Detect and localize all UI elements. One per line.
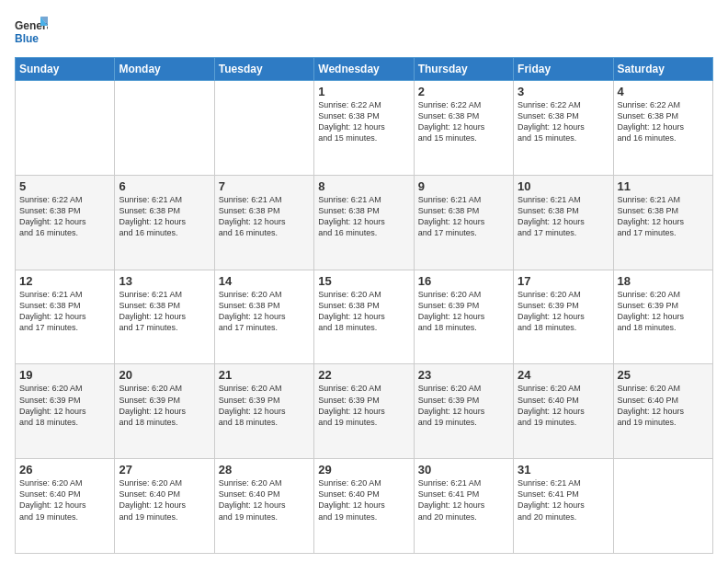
calendar-cell: 20Sunrise: 6:20 AM Sunset: 6:39 PM Dayli… [115, 364, 214, 459]
day-number: 9 [418, 179, 509, 193]
day-number: 26 [19, 463, 110, 477]
calendar-cell [16, 81, 115, 176]
calendar-cell: 19Sunrise: 6:20 AM Sunset: 6:39 PM Dayli… [16, 364, 115, 459]
day-number: 7 [219, 179, 310, 193]
calendar-cell: 17Sunrise: 6:20 AM Sunset: 6:39 PM Dayli… [514, 270, 613, 364]
day-info: Sunrise: 6:20 AM Sunset: 6:39 PM Dayligh… [618, 289, 709, 334]
day-info: Sunrise: 6:21 AM Sunset: 6:38 PM Dayligh… [219, 194, 310, 239]
calendar-cell: 11Sunrise: 6:21 AM Sunset: 6:38 PM Dayli… [613, 175, 712, 270]
day-info: Sunrise: 6:21 AM Sunset: 6:38 PM Dayligh… [318, 194, 409, 239]
calendar-cell: 12Sunrise: 6:21 AM Sunset: 6:38 PM Dayli… [16, 270, 115, 364]
calendar-cell: 27Sunrise: 6:20 AM Sunset: 6:40 PM Dayli… [115, 459, 214, 554]
day-info: Sunrise: 6:20 AM Sunset: 6:38 PM Dayligh… [318, 289, 409, 334]
day-info: Sunrise: 6:20 AM Sunset: 6:39 PM Dayligh… [418, 289, 509, 334]
day-info: Sunrise: 6:21 AM Sunset: 6:38 PM Dayligh… [119, 289, 210, 334]
calendar-cell: 23Sunrise: 6:20 AM Sunset: 6:39 PM Dayli… [414, 364, 513, 459]
header-saturday: Saturday [613, 58, 712, 81]
day-info: Sunrise: 6:21 AM Sunset: 6:38 PM Dayligh… [119, 194, 210, 239]
header: General Blue [15, 15, 713, 50]
day-number: 31 [518, 463, 609, 477]
header-monday: Monday [115, 58, 214, 81]
calendar-header-row: SundayMondayTuesdayWednesdayThursdayFrid… [16, 58, 713, 81]
day-number: 5 [19, 179, 110, 193]
calendar-cell: 6Sunrise: 6:21 AM Sunset: 6:38 PM Daylig… [115, 175, 214, 270]
header-friday: Friday [514, 58, 613, 81]
calendar-cell: 22Sunrise: 6:20 AM Sunset: 6:39 PM Dayli… [314, 364, 414, 459]
calendar-cell: 9Sunrise: 6:21 AM Sunset: 6:38 PM Daylig… [414, 175, 513, 270]
day-info: Sunrise: 6:20 AM Sunset: 6:40 PM Dayligh… [119, 477, 210, 523]
day-info: Sunrise: 6:20 AM Sunset: 6:40 PM Dayligh… [19, 477, 110, 523]
day-info: Sunrise: 6:20 AM Sunset: 6:40 PM Dayligh… [219, 477, 310, 523]
day-info: Sunrise: 6:22 AM Sunset: 6:38 PM Dayligh… [19, 194, 110, 239]
day-info: Sunrise: 6:20 AM Sunset: 6:40 PM Dayligh… [618, 383, 709, 428]
day-info: Sunrise: 6:20 AM Sunset: 6:39 PM Dayligh… [119, 383, 210, 428]
calendar-cell [214, 81, 313, 176]
day-info: Sunrise: 6:20 AM Sunset: 6:39 PM Dayligh… [219, 383, 310, 428]
day-info: Sunrise: 6:20 AM Sunset: 6:38 PM Dayligh… [219, 289, 310, 334]
day-info: Sunrise: 6:21 AM Sunset: 6:41 PM Dayligh… [518, 477, 609, 523]
calendar: SundayMondayTuesdayWednesdayThursdayFrid… [15, 57, 713, 554]
day-info: Sunrise: 6:21 AM Sunset: 6:38 PM Dayligh… [19, 289, 110, 334]
day-info: Sunrise: 6:20 AM Sunset: 6:39 PM Dayligh… [418, 383, 509, 428]
calendar-week-4: 26Sunrise: 6:20 AM Sunset: 6:40 PM Dayli… [16, 459, 713, 554]
calendar-cell: 15Sunrise: 6:20 AM Sunset: 6:38 PM Dayli… [314, 270, 414, 364]
header-thursday: Thursday [414, 58, 513, 81]
day-number: 25 [618, 368, 709, 382]
calendar-cell: 13Sunrise: 6:21 AM Sunset: 6:38 PM Dayli… [115, 270, 214, 364]
calendar-cell: 5Sunrise: 6:22 AM Sunset: 6:38 PM Daylig… [16, 175, 115, 270]
day-number: 6 [119, 179, 210, 193]
day-number: 18 [618, 274, 709, 288]
day-number: 29 [318, 463, 409, 477]
page: General Blue SundayMondayTuesdayWednesda… [0, 0, 728, 563]
calendar-cell: 1Sunrise: 6:22 AM Sunset: 6:38 PM Daylig… [314, 81, 414, 176]
calendar-cell [613, 459, 712, 554]
calendar-cell: 24Sunrise: 6:20 AM Sunset: 6:40 PM Dayli… [514, 364, 613, 459]
day-info: Sunrise: 6:20 AM Sunset: 6:40 PM Dayligh… [518, 383, 609, 428]
day-number: 20 [119, 368, 210, 382]
calendar-cell: 31Sunrise: 6:21 AM Sunset: 6:41 PM Dayli… [514, 459, 613, 554]
calendar-week-1: 5Sunrise: 6:22 AM Sunset: 6:38 PM Daylig… [16, 175, 713, 270]
day-info: Sunrise: 6:21 AM Sunset: 6:38 PM Dayligh… [418, 194, 509, 239]
day-number: 13 [119, 274, 210, 288]
day-info: Sunrise: 6:21 AM Sunset: 6:38 PM Dayligh… [518, 194, 609, 239]
day-info: Sunrise: 6:20 AM Sunset: 6:39 PM Dayligh… [318, 383, 409, 428]
day-info: Sunrise: 6:20 AM Sunset: 6:39 PM Dayligh… [19, 383, 110, 428]
header-sunday: Sunday [16, 58, 115, 81]
calendar-cell: 7Sunrise: 6:21 AM Sunset: 6:38 PM Daylig… [214, 175, 313, 270]
calendar-cell: 25Sunrise: 6:20 AM Sunset: 6:40 PM Dayli… [613, 364, 712, 459]
day-number: 27 [119, 463, 210, 477]
calendar-cell: 10Sunrise: 6:21 AM Sunset: 6:38 PM Dayli… [514, 175, 613, 270]
calendar-week-0: 1Sunrise: 6:22 AM Sunset: 6:38 PM Daylig… [16, 81, 713, 176]
header-tuesday: Tuesday [214, 58, 313, 81]
day-number: 22 [318, 368, 409, 382]
day-info: Sunrise: 6:20 AM Sunset: 6:40 PM Dayligh… [318, 477, 409, 523]
day-number: 28 [219, 463, 310, 477]
calendar-cell: 2Sunrise: 6:22 AM Sunset: 6:38 PM Daylig… [414, 81, 513, 176]
calendar-week-3: 19Sunrise: 6:20 AM Sunset: 6:39 PM Dayli… [16, 364, 713, 459]
header-wednesday: Wednesday [314, 58, 414, 81]
day-number: 10 [518, 179, 609, 193]
day-number: 19 [19, 368, 110, 382]
day-number: 15 [318, 274, 409, 288]
logo-svg: General Blue [15, 15, 48, 50]
day-info: Sunrise: 6:22 AM Sunset: 6:38 PM Dayligh… [418, 99, 509, 144]
calendar-cell: 18Sunrise: 6:20 AM Sunset: 6:39 PM Dayli… [613, 270, 712, 364]
day-number: 30 [418, 463, 509, 477]
day-number: 17 [518, 274, 609, 288]
calendar-cell: 21Sunrise: 6:20 AM Sunset: 6:39 PM Dayli… [214, 364, 313, 459]
calendar-cell: 28Sunrise: 6:20 AM Sunset: 6:40 PM Dayli… [214, 459, 313, 554]
day-info: Sunrise: 6:22 AM Sunset: 6:38 PM Dayligh… [518, 99, 609, 144]
day-number: 1 [318, 85, 409, 98]
day-info: Sunrise: 6:20 AM Sunset: 6:39 PM Dayligh… [518, 289, 609, 334]
day-number: 12 [19, 274, 110, 288]
day-number: 24 [518, 368, 609, 382]
day-number: 8 [318, 179, 409, 193]
calendar-cell [115, 81, 214, 176]
day-info: Sunrise: 6:21 AM Sunset: 6:38 PM Dayligh… [618, 194, 709, 239]
calendar-cell: 29Sunrise: 6:20 AM Sunset: 6:40 PM Dayli… [314, 459, 414, 554]
logo: General Blue [15, 15, 48, 50]
day-number: 2 [418, 85, 509, 98]
calendar-cell: 30Sunrise: 6:21 AM Sunset: 6:41 PM Dayli… [414, 459, 513, 554]
day-number: 23 [418, 368, 509, 382]
day-number: 4 [618, 85, 709, 98]
